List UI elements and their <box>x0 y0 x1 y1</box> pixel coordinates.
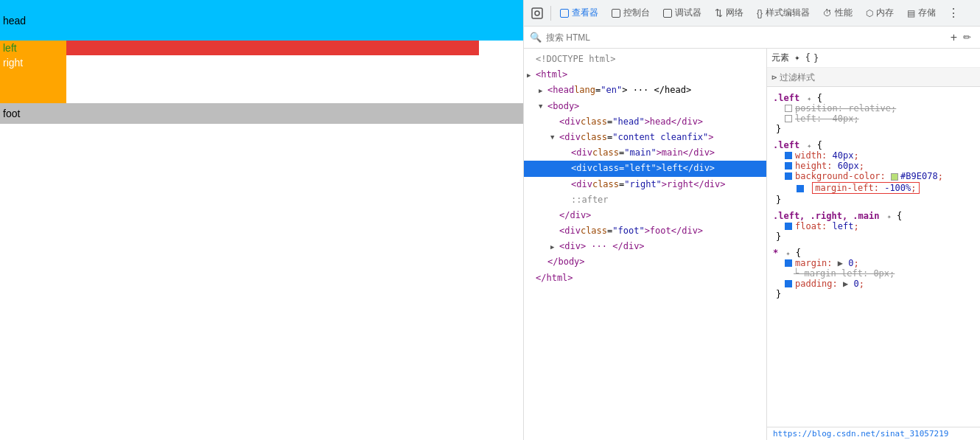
head-tag-open: < <box>547 83 553 97</box>
tab-style-editor-label: 样式编辑器 <box>766 7 810 19</box>
html-line-close-content[interactable]: </div> <box>524 208 766 223</box>
filter-icon: ⊳ <box>771 72 777 83</box>
tab-more[interactable]: ⋮ <box>943 3 964 24</box>
body-tag: <body> <box>547 99 579 114</box>
css-brace-close-3: } <box>776 231 974 242</box>
tab-inspector-label: 查看器 <box>572 7 598 19</box>
css-checkbox-left[interactable] <box>785 115 792 122</box>
debugger-tab-icon <box>663 9 672 18</box>
memory-tab-icon: ⬡ <box>866 8 873 18</box>
storage-tab-icon: ▤ <box>907 8 915 18</box>
html-search-input[interactable] <box>546 32 693 43</box>
html-line-close-body[interactable]: </body> <box>524 254 766 270</box>
preview-left-label: left <box>0 41 66 55</box>
html-line-html[interactable]: <html> <box>524 67 766 83</box>
css-selector-left-1: .left ✦ { <box>773 93 974 103</box>
triangle-head[interactable] <box>539 85 547 96</box>
color-swatch-bgcolor[interactable] <box>891 173 898 181</box>
tab-memory[interactable]: ⬡ 内存 <box>860 3 900 24</box>
html-line-div-head[interactable]: <div class="head">head</div> <box>524 114 766 130</box>
preview-content: left right <box>0 41 523 103</box>
css-checkbox-marginleft[interactable] <box>797 185 804 192</box>
svg-rect-0 <box>532 8 542 18</box>
css-selector-star: * ✦ { <box>773 248 974 258</box>
css-prop-padding: padding: ▶ 0; <box>785 279 974 289</box>
svg-point-1 <box>535 11 539 15</box>
css-checkbox-bgcolor[interactable] <box>785 172 792 180</box>
tab-performance[interactable]: ⏱ 性能 <box>817 3 858 24</box>
devtools-toolbar: 查看器 控制台 调试器 ⇅ 网络 {} 样式编辑器 ⏱ 性能 ⬡ 内存 ▤ 存储 <box>524 0 980 27</box>
css-prop-width: width: 40px; <box>785 150 974 161</box>
html-line-div-collapsed[interactable]: <div> ··· </div> <box>524 239 766 254</box>
preview-foot-label: foot <box>3 108 20 119</box>
html-search-bar: 🔍 + ✏ <box>524 27 980 49</box>
css-checkbox-padding[interactable] <box>785 280 792 287</box>
css-panel-title: 元素 ✦ { <box>771 52 811 64</box>
triangle-body[interactable] <box>539 101 547 111</box>
tab-console[interactable]: 控制台 <box>606 3 656 24</box>
preview-right-bar <box>66 41 479 55</box>
css-filter-input[interactable] <box>780 72 868 83</box>
preview-foot: foot <box>0 103 523 124</box>
css-prop-bgcolor: background-color: #B9E078; <box>785 171 974 181</box>
html-line-div-content[interactable]: <div class="content cleanfix"> <box>524 130 766 145</box>
toolbar-separator-1 <box>550 6 551 21</box>
css-selector-left-2: .left ✦ { <box>773 140 974 150</box>
tab-debugger[interactable]: 调试器 <box>657 3 707 24</box>
html-line-close-html[interactable]: </html> <box>524 270 766 286</box>
html-line-doctype[interactable]: <!DOCTYPE html> <box>524 52 766 67</box>
search-icon: 🔍 <box>530 32 542 43</box>
style-editor-tab-icon: {} <box>757 8 763 18</box>
network-tab-icon: ⇅ <box>715 7 723 18</box>
console-tab-icon <box>612 9 620 18</box>
triangle-div-content[interactable] <box>550 132 559 142</box>
css-checkbox-position[interactable] <box>785 105 792 112</box>
css-prop-float: float: left; <box>785 221 974 231</box>
tab-performance-label: 性能 <box>835 7 853 19</box>
performance-tab-icon: ⏱ <box>823 8 832 18</box>
html-line-after[interactable]: ::after <box>524 192 766 208</box>
css-rule-left-strikethrough: .left ✦ { position: relative; left: -40p… <box>773 93 974 134</box>
tab-storage[interactable]: ▤ 存储 <box>901 3 942 24</box>
html-line-div-right[interactable]: <div class="right">right</div> <box>524 177 766 192</box>
html-line-head[interactable]: <head lang="en" > ··· </head> <box>524 83 766 98</box>
edit-html-button[interactable]: ✏ <box>960 32 974 43</box>
css-checkbox-width[interactable] <box>785 152 792 159</box>
html-line-body[interactable]: <body> <box>524 99 766 114</box>
doctype-text: <!DOCTYPE html> <box>536 52 615 66</box>
css-prop-margin: margin: ▶ 0; <box>785 258 974 268</box>
css-rule-star: * ✦ { margin: ▶ 0; └ margin-left: 0px; p… <box>773 248 974 299</box>
css-selector-float: .left, .right, .main ✦ { <box>773 211 974 221</box>
triangle-html[interactable] <box>527 70 536 80</box>
css-filter-bar: ⊳ <box>767 68 980 87</box>
footer-url: https://blog.csdn.net/sinat_31057219 <box>773 429 948 439</box>
html-line-div-main[interactable]: <div class="main">main</div> <box>524 145 766 161</box>
devtools-footer: https://blog.csdn.net/sinat_31057219 <box>767 427 980 440</box>
css-prop-margin-left: margin-left: -100%; <box>785 181 974 195</box>
css-brace-close: } <box>813 53 819 63</box>
tab-debugger-label: 调试器 <box>675 7 701 19</box>
css-checkbox-float[interactable] <box>785 223 792 230</box>
css-checkbox-margin[interactable] <box>785 259 792 267</box>
tab-network-label: 网络 <box>726 7 743 19</box>
add-node-button[interactable]: + <box>948 31 960 44</box>
html-panel: <!DOCTYPE html> <html> <head lang="en" >… <box>524 49 767 440</box>
preview-pane: head left right foot <box>0 0 523 440</box>
tab-network[interactable]: ⇅ 网络 <box>709 3 749 24</box>
css-checkbox-height[interactable] <box>785 162 792 170</box>
css-rule-left-active: .left ✦ { width: 40px; height: 60px; <box>773 140 974 205</box>
preview-head-label: head <box>3 15 26 27</box>
devtools-right: 元素 ✦ { } ⊳ .left ✦ { position: <box>767 49 980 440</box>
html-line-div-foot[interactable]: <div class="foot">foot</div> <box>524 223 766 239</box>
html-line-div-left[interactable]: <div class="left">left</div> <box>524 161 766 176</box>
css-prop-margin-left-star: └ margin-left: 0px; <box>794 268 974 279</box>
tab-style-editor[interactable]: {} 样式编辑器 <box>751 3 816 24</box>
preview-left-block: left right <box>0 41 66 103</box>
tab-console-label: 控制台 <box>623 7 650 19</box>
tab-inspector[interactable]: 查看器 <box>554 3 604 24</box>
html-tag: <html> <box>536 68 567 82</box>
devtools-body: <!DOCTYPE html> <html> <head lang="en" >… <box>524 49 980 440</box>
inspect-button[interactable] <box>527 3 547 24</box>
inspector-tab-icon <box>560 9 569 18</box>
triangle-div-collapsed[interactable] <box>550 242 559 252</box>
